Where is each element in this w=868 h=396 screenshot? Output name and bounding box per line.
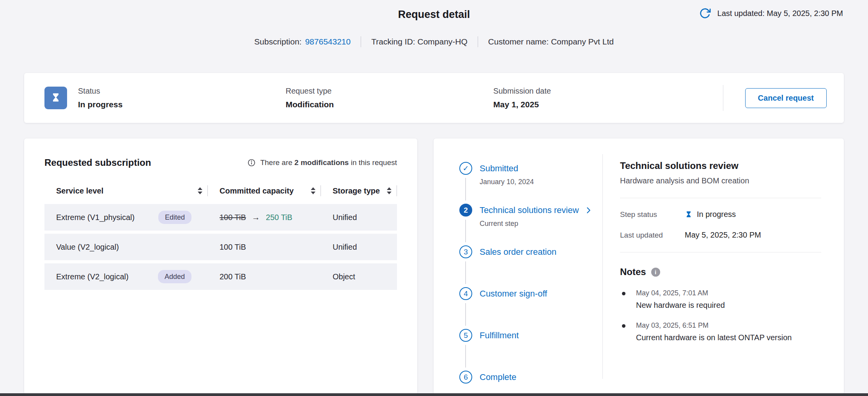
requested-subscription-title: Requested subscription xyxy=(44,157,151,168)
step-detail-title: Technical solutions review xyxy=(620,160,821,171)
step-label[interactable]: Complete xyxy=(480,371,602,384)
status-label: Status xyxy=(78,87,286,96)
step-sales-order-creation: 3 Sales order creation xyxy=(459,245,602,287)
divider xyxy=(620,252,821,252)
step-label[interactable]: Submitted xyxy=(480,162,602,175)
edited-badge: Edited xyxy=(158,211,191,224)
step-submitted: ✓ Submitted January 10, 2024 xyxy=(459,162,602,204)
divider xyxy=(620,198,821,198)
step-sublabel: Current step xyxy=(480,220,602,228)
storage-type-value: Unified xyxy=(321,243,397,252)
table-row: Extreme (V1_physical) Edited 100 TiB → 2… xyxy=(44,204,397,231)
progress-panel: ✓ Submitted January 10, 2024 2 Technical… xyxy=(434,139,844,394)
capacity-new-value: 250 TiB xyxy=(266,213,292,222)
status-value: In progress xyxy=(78,100,286,109)
step-number: 6 xyxy=(459,371,472,384)
bullet-icon xyxy=(622,324,625,328)
table-header-row: Service level Committed capacity Storage… xyxy=(44,185,397,204)
column-header-committed-capacity: Committed capacity xyxy=(208,185,321,196)
added-badge: Added xyxy=(158,270,191,283)
subscription-label: Subscription: xyxy=(254,37,301,46)
tracking-id-text: Tracking ID: Company-HQ xyxy=(371,37,468,46)
hourglass-icon xyxy=(44,87,67,109)
step-fulfillment: 5 Fulfillment xyxy=(459,329,602,371)
step-status-value: In progress xyxy=(697,210,736,219)
storage-type-value: Unified xyxy=(321,213,397,222)
last-updated-text: Last updated: May 5, 2025, 2:30 PM xyxy=(717,9,843,18)
subscription-item: Subscription: 9876543210 xyxy=(254,37,351,46)
capacity-value: 100 TiB xyxy=(208,243,321,252)
note-item: May 04, 2025, 7:01 AM New hardware is re… xyxy=(620,289,821,310)
step-technical-solutions-review: 2 Technical solutions review Current ste… xyxy=(459,204,602,245)
info-icon[interactable] xyxy=(651,268,660,277)
service-level-value: Value (V2_logical) xyxy=(56,243,119,252)
page-header: Request detail Last updated: May 5, 2025… xyxy=(0,0,868,21)
step-status-label: Step status xyxy=(620,210,685,219)
status-group: Status In progress xyxy=(78,87,286,109)
arrow-right-icon: → xyxy=(252,213,260,222)
requested-subscription-panel: Requested subscription There are 2 modif… xyxy=(24,139,417,394)
last-updated-label: Last updated xyxy=(620,231,685,240)
step-detail: Technical solutions review Hardware anal… xyxy=(603,139,844,394)
capacity-old-value: 100 TiB xyxy=(220,213,246,222)
refresh-icon[interactable] xyxy=(698,6,712,20)
note-timestamp: May 04, 2025, 7:01 AM xyxy=(636,289,725,297)
note-timestamp: May 03, 2025, 6:51 PM xyxy=(636,321,792,330)
service-level-value: Extreme (V1_physical) xyxy=(56,213,135,222)
bullet-icon xyxy=(622,292,625,295)
divider xyxy=(478,36,478,47)
request-type-value: Modification xyxy=(286,100,494,109)
step-label[interactable]: Customer sign-off xyxy=(480,287,602,300)
step-number: 5 xyxy=(459,329,472,342)
divider xyxy=(361,36,361,47)
step-number: 4 xyxy=(459,287,472,300)
last-updated-row: Last updated May 5, 2025, 2:30 PM xyxy=(620,231,821,240)
hourglass-icon xyxy=(685,211,693,218)
note-item: May 03, 2025, 6:51 PM Current hardware i… xyxy=(620,321,821,342)
step-number: 2 xyxy=(459,204,472,217)
service-level-value: Extreme (V2_logical) xyxy=(56,272,129,281)
storage-type-value: Object xyxy=(321,272,397,281)
divider xyxy=(723,85,723,111)
step-label[interactable]: Sales order creation xyxy=(480,245,602,258)
step-label[interactable]: Technical solutions review xyxy=(480,204,602,217)
main-content: Requested subscription There are 2 modif… xyxy=(24,139,844,394)
subscription-info-bar: Subscription: 9876543210 Tracking ID: Co… xyxy=(0,36,868,47)
step-sublabel: January 10, 2024 xyxy=(480,178,602,186)
notes-title: Notes xyxy=(620,266,646,277)
submission-date-group: Submission date May 1, 2025 xyxy=(493,87,701,109)
stepper: ✓ Submitted January 10, 2024 2 Technical… xyxy=(434,139,602,394)
chevron-right-icon xyxy=(584,206,593,215)
step-detail-subtitle: Hardware analysis and BOM creation xyxy=(620,176,821,185)
column-header-service-level: Service level xyxy=(44,185,208,196)
sort-control[interactable] xyxy=(311,187,315,194)
customer-name-text: Customer name: Company Pvt Ltd xyxy=(488,37,614,46)
modifications-note: There are 2 modifications in this reques… xyxy=(247,158,397,167)
subscription-table: Service level Committed capacity Storage… xyxy=(44,185,397,290)
submission-date-value: May 1, 2025 xyxy=(493,100,701,109)
table-row: Value (V2_logical) 100 TiB Unified xyxy=(44,234,397,260)
capacity-value: 200 TiB xyxy=(208,272,321,281)
request-type-label: Request type xyxy=(286,87,494,96)
note-text: New hardware is required xyxy=(636,301,725,310)
info-icon xyxy=(247,158,256,167)
step-label[interactable]: Fulfillment xyxy=(480,329,602,342)
last-updated-area: Last updated: May 5, 2025, 2:30 PM xyxy=(698,6,843,20)
table-row: Extreme (V2_logical) Added 200 TiB Objec… xyxy=(44,263,397,290)
cancel-request-button[interactable]: Cancel request xyxy=(745,88,827,108)
step-number: 3 xyxy=(459,245,472,258)
check-icon: ✓ xyxy=(459,162,472,175)
column-header-storage-type: Storage type xyxy=(321,185,397,196)
divider xyxy=(397,185,397,196)
step-customer-sign-off: 4 Customer sign-off xyxy=(459,287,602,329)
step-complete: 6 Complete xyxy=(459,371,602,384)
request-type-group: Request type Modification xyxy=(286,87,494,109)
note-text: Current hardware is on latest ONTAP vers… xyxy=(636,333,792,342)
sort-control[interactable] xyxy=(198,187,202,194)
submission-date-label: Submission date xyxy=(493,87,701,96)
last-updated-value: May 5, 2025, 2:30 PM xyxy=(685,231,761,240)
bottom-edge-bar xyxy=(0,393,868,396)
status-card: Status In progress Request type Modifica… xyxy=(24,73,844,123)
sort-control[interactable] xyxy=(387,187,391,194)
subscription-link[interactable]: 9876543210 xyxy=(305,37,351,46)
